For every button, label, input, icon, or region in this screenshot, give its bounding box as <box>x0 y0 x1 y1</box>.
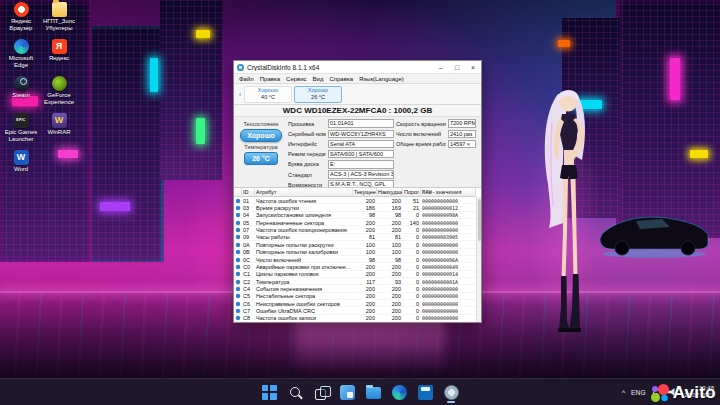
desktop-shortcut-word[interactable]: WWord <box>3 150 39 187</box>
menu-item[interactable]: Вид <box>310 76 327 82</box>
desktop-shortcut-yandex[interactable]: ЯЯндекс <box>41 39 77 76</box>
table-cell: 200 <box>353 271 377 277</box>
field-value: 01.01A01 <box>328 119 394 128</box>
disk-tab[interactable]: Хорошо26 °C <box>294 86 342 103</box>
table-row[interactable]: 0BПовторные попытки калибровки1001000000… <box>234 249 476 256</box>
table-row[interactable]: 09Часы работы81810000000003905 <box>234 234 476 241</box>
status-dot-cell <box>234 294 242 298</box>
desktop-shortcut-edge[interactable]: Microsoft Edge <box>3 39 39 76</box>
menu-item[interactable]: Файл <box>236 76 257 82</box>
table-cell: 0 <box>403 315 421 321</box>
table-row[interactable]: 03Время раскрутки18616921000000000812 <box>234 204 476 211</box>
table-cell: 0 <box>403 286 421 292</box>
table-cell: 04 <box>242 212 255 218</box>
table-cell: Аварийные парковки при отключении питани… <box>255 264 353 270</box>
table-row[interactable]: 04Запуски/остановки шпинделя989800000000… <box>234 212 476 219</box>
drive-info-panel: Техсостояние Хорошо Температура 26 °C Пр… <box>234 117 481 187</box>
desktop-shortcut-yandex-browser[interactable]: Яндекс Браузер <box>3 2 39 39</box>
taskbar-widgets-button[interactable] <box>336 381 358 403</box>
desktop-shortcut-geforce[interactable]: GeForce Experience <box>41 76 77 113</box>
table-cell: Переназначенные сектора <box>255 220 353 226</box>
tray-chevron-icon[interactable]: ^ <box>622 389 625 396</box>
table-row[interactable]: C1Циклы парковки головок2002000000000000… <box>234 271 476 278</box>
table-cell: Часы работы <box>255 234 353 240</box>
disk-tab[interactable]: Хорошо40 °C <box>244 86 292 103</box>
table-cell: 00000000001A <box>421 279 476 285</box>
taskbar-taskview-button[interactable] <box>310 381 332 403</box>
table-row[interactable]: C8Частота ошибок записи20020000000000000… <box>234 315 476 322</box>
table-scrollbar[interactable] <box>476 197 481 322</box>
table-row[interactable]: 05Переназначенные сектора200200140000000… <box>234 219 476 226</box>
winrar-icon: W <box>52 113 67 128</box>
taskbar: ^ ENG 13:48 20.07.2023 <box>0 378 720 405</box>
minimize-button[interactable]: – <box>433 61 449 74</box>
table-cell: 200 <box>377 198 403 204</box>
field-value: Serial ATA <box>328 140 394 149</box>
taskbar-start-button[interactable] <box>258 381 280 403</box>
header-cell: Текущее <box>353 188 377 197</box>
status-good-dot-icon <box>236 316 240 320</box>
field-label: Число включений <box>396 131 446 137</box>
table-row[interactable]: 07Частота ошибок позиционирования2002000… <box>234 226 476 233</box>
status-good-dot-icon <box>236 258 240 262</box>
table-cell: 000000000000 <box>421 198 476 204</box>
close-button[interactable]: × <box>465 61 481 74</box>
language-indicator[interactable]: ENG <box>631 389 646 396</box>
shortcut-label: Epic Games Launcher <box>3 129 39 142</box>
disk-status-text: Хорошо <box>258 87 278 94</box>
edge-icon <box>392 385 407 400</box>
menu-item[interactable]: Сервис <box>283 76 310 82</box>
table-cell: C4 <box>242 286 255 292</box>
taskbar-explorer-button[interactable] <box>362 381 384 403</box>
avito-logo-icon <box>650 383 670 403</box>
table-row[interactable]: C7Ошибки UltraDMA CRC2002000000000000000 <box>234 307 476 314</box>
table-row[interactable]: 0CЧисло включений9898000000000096A <box>234 256 476 263</box>
taskbar-search-button[interactable] <box>284 381 306 403</box>
desktop-shortcut-winrar[interactable]: WWinRAR <box>41 113 77 150</box>
table-cell: 0B <box>242 249 255 255</box>
maximize-button[interactable]: □ <box>449 61 465 74</box>
table-row[interactable]: 01Частота ошибок чтения20020051000000000… <box>234 197 476 204</box>
title-bar[interactable]: CrystalDiskInfo 8.1.1 x64 – □ × <box>234 61 481 74</box>
disk-nav-left-arrow[interactable]: ‹ <box>236 86 244 103</box>
neon-sign <box>558 40 570 47</box>
table-row[interactable]: C2Температура11793000000000001A <box>234 278 476 285</box>
crystaldiskinfo-app-icon <box>237 64 244 71</box>
scrollbar-thumb[interactable] <box>478 199 482 241</box>
table-cell: Неисправимые ошибки секторов <box>255 301 353 307</box>
table-cell: 0 <box>403 308 421 314</box>
table-row[interactable]: C0Аварийные парковки при отключении пита… <box>234 263 476 270</box>
taskbar-store-button[interactable] <box>414 381 436 403</box>
status-good-dot-icon <box>236 265 240 269</box>
taskbar-cdi-button[interactable] <box>440 381 462 403</box>
building-silhouette <box>616 0 720 238</box>
field-label: Серийный номер <box>288 131 326 137</box>
desktop-shortcut-folder[interactable]: НГПТ_Золс Убунтеры <box>41 2 77 39</box>
table-cell: 0 <box>403 242 421 248</box>
table-cell: 000000003905 <box>421 234 476 240</box>
desktop-shortcut-epic[interactable]: EPICEpic Games Launcher <box>3 113 39 150</box>
table-row[interactable]: C4События переназначения2002000000000000… <box>234 285 476 292</box>
status-good-dot-icon <box>236 235 240 239</box>
table-row[interactable]: 0AПовторные попытки раскрутки10010000000… <box>234 241 476 248</box>
building-silhouette <box>160 0 222 180</box>
shortcut-label: НГПТ_Золс Убунтеры <box>41 18 77 31</box>
table-cell: 0 <box>403 257 421 263</box>
desktop-shortcut-steam[interactable]: Steam <box>3 76 39 113</box>
menu-item[interactable]: Справка <box>326 76 356 82</box>
status-good-dot-icon <box>236 294 240 298</box>
temperature-label: Температура <box>244 144 277 150</box>
menu-item[interactable]: Правка <box>257 76 283 82</box>
status-dot-cell <box>234 221 242 225</box>
table-cell: 0 <box>403 271 421 277</box>
avito-watermark: Avito <box>650 383 716 403</box>
table-cell: 200 <box>353 220 377 226</box>
menu-item[interactable]: Язык(Language) <box>356 76 407 82</box>
widgets-icon <box>340 385 355 400</box>
table-row[interactable]: C5Нестабильные сектора200200000000000000… <box>234 293 476 300</box>
field-value: ACS-3 | ACS-3 Revision 3b <box>328 170 394 179</box>
table-cell: 000000000000 <box>421 315 476 321</box>
taskbar-edge-button[interactable] <box>388 381 410 403</box>
table-row[interactable]: C6Неисправимые ошибки секторов2002000000… <box>234 300 476 307</box>
health-status-button[interactable]: Хорошо <box>240 129 282 142</box>
